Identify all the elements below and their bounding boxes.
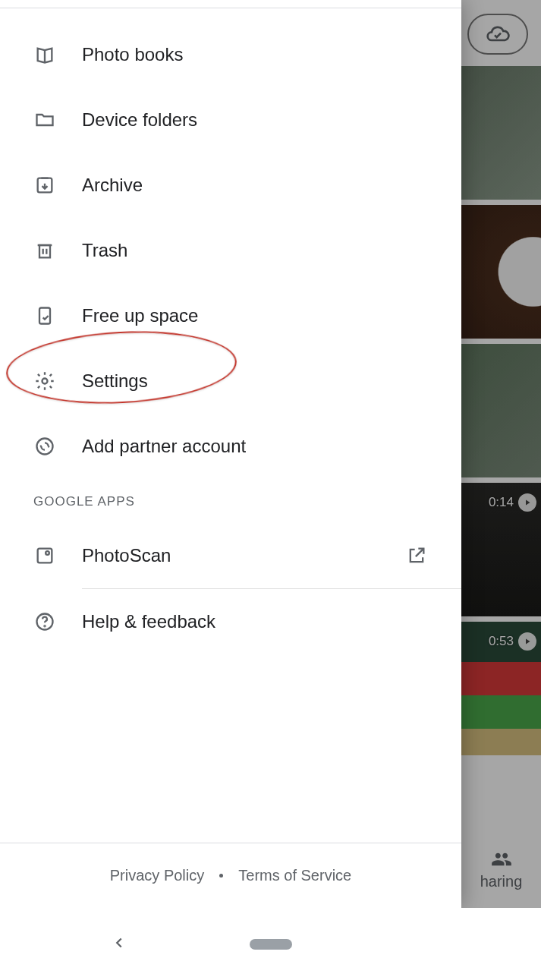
archive-icon (33, 174, 56, 197)
gear-icon (33, 370, 56, 392)
open-external-icon (405, 544, 428, 567)
add-partner-icon (33, 435, 56, 458)
menu-item-label: Help & feedback (82, 611, 215, 632)
menu-item-trash[interactable]: Trash (0, 218, 461, 283)
back-icon[interactable] (111, 934, 127, 954)
menu-item-help-feedback[interactable]: Help & feedback (0, 589, 461, 654)
navigation-drawer: Photo books Device folders Archive Trash (0, 0, 461, 908)
free-up-space-icon (33, 304, 56, 327)
menu-item-label: Device folders (82, 109, 197, 131)
privacy-policy-link[interactable]: Privacy Policy (110, 867, 204, 884)
menu-item-label: Free up space (82, 305, 198, 326)
svg-point-4 (37, 439, 53, 455)
svg-rect-2 (39, 308, 50, 324)
trash-icon (33, 239, 56, 262)
help-icon (33, 610, 56, 633)
separator-dot (219, 874, 223, 878)
system-navigation-bar (0, 908, 541, 980)
folder-icon (33, 109, 56, 131)
menu-item-device-folders[interactable]: Device folders (0, 87, 461, 153)
menu-item-label: Photo books (82, 44, 183, 65)
menu-item-label: Settings (82, 370, 148, 392)
menu-item-archive[interactable]: Archive (0, 153, 461, 218)
svg-point-3 (42, 379, 48, 384)
home-gesture-pill[interactable] (250, 939, 292, 950)
svg-point-8 (44, 625, 45, 626)
menu-item-label: Add partner account (82, 436, 246, 457)
menu-item-label: PhotoScan (82, 545, 171, 566)
drawer-footer: Privacy Policy Terms of Service (0, 843, 461, 908)
menu-item-photo-books[interactable]: Photo books (0, 22, 461, 87)
menu-item-free-up-space[interactable]: Free up space (0, 283, 461, 348)
svg-point-6 (46, 551, 49, 555)
divider (0, 0, 461, 8)
menu-item-label: Archive (82, 175, 143, 196)
photo-books-icon (33, 43, 56, 66)
section-header-google-apps: GOOGLE APPS (0, 479, 461, 523)
svg-rect-1 (39, 245, 50, 257)
terms-of-service-link[interactable]: Terms of Service (238, 867, 351, 884)
svg-rect-5 (38, 549, 52, 563)
menu-item-label: Trash (82, 240, 127, 261)
menu-item-add-partner-account[interactable]: Add partner account (0, 414, 461, 479)
menu-item-photoscan[interactable]: PhotoScan (0, 523, 461, 588)
menu-item-settings[interactable]: Settings (0, 348, 461, 414)
photoscan-icon (33, 544, 56, 567)
scrim (461, 0, 541, 908)
